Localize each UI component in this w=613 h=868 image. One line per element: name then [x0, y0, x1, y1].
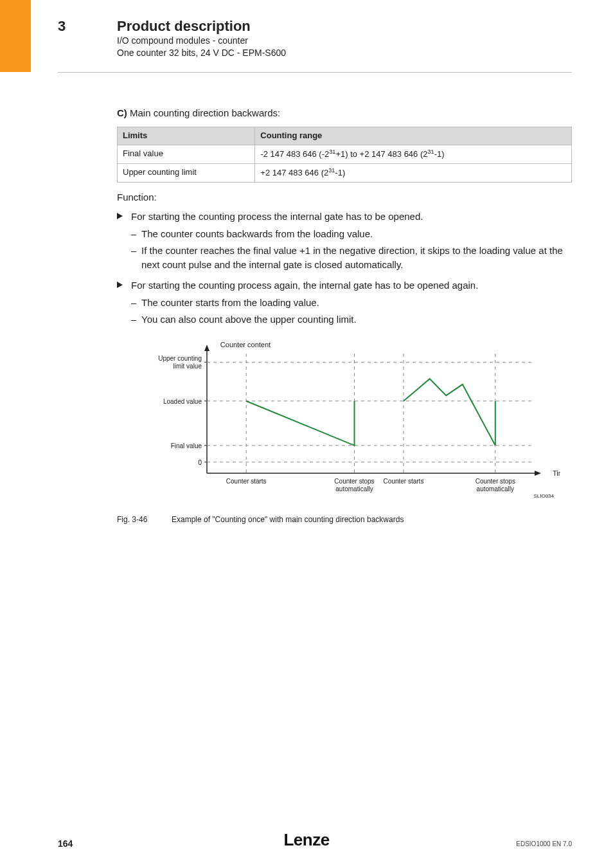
table-cell-limit: Upper counting limit	[118, 163, 255, 182]
page-footer: 164 Lenze EDSIO1000 EN 7.0	[0, 829, 613, 849]
svg-text:Loaded value: Loaded value	[163, 398, 202, 405]
figure-caption: Fig. 3-46 Example of "Counting once" wit…	[117, 514, 572, 525]
dash-item: If the counter reaches the final value +…	[131, 244, 572, 272]
page-header: 3 Product description I/O compound modul…	[58, 18, 572, 59]
table-header-limits: Limits	[118, 127, 255, 145]
range-part: -1)	[434, 149, 445, 159]
svg-text:automatically: automatically	[477, 485, 514, 493]
chapter-title: Product description	[117, 18, 251, 35]
svg-text:Counter starts: Counter starts	[384, 478, 424, 485]
svg-text:Counter starts: Counter starts	[226, 478, 267, 485]
range-part: +1) to +2 147 483 646 (2	[335, 149, 427, 159]
table-cell-range: +2 147 483 646 (231-1)	[255, 163, 572, 182]
bullet-text: For starting the counting process the in…	[131, 211, 423, 222]
range-part: -1)	[335, 168, 345, 177]
dash-item: You can also count above the upper count…	[131, 312, 572, 327]
function-label: Function:	[117, 190, 572, 204]
document-id: EDSIO1000 EN 7.0	[516, 840, 572, 847]
svg-marker-1	[204, 345, 209, 351]
exponent: 31	[328, 167, 335, 174]
svg-text:automatically: automatically	[335, 485, 373, 493]
figure-text: Example of "Counting once" with main cou…	[172, 514, 404, 525]
range-part: +2 147 483 646 (2	[260, 168, 328, 177]
chapter-number: 3	[58, 18, 117, 35]
dash-item: The counter starts from the loading valu…	[131, 296, 572, 310]
section-title: Main counting direction backwards:	[127, 107, 280, 118]
table-header-row: Limits Counting range	[118, 127, 572, 145]
sub-heading-2: One counter 32 bits, 24 V DC - EPM-S600	[117, 47, 572, 59]
svg-text:Counter stops: Counter stops	[475, 478, 515, 485]
header-rule	[58, 72, 572, 73]
bullet-item: For starting the counting process the in…	[117, 210, 572, 224]
main-content: C) Main counting direction backwards: Li…	[117, 106, 572, 525]
svg-text:0: 0	[198, 459, 202, 466]
figure-number: Fig. 3-46	[117, 514, 172, 525]
range-part: -2 147 483 646 (-2	[260, 149, 329, 159]
svg-text:Counter content: Counter content	[220, 341, 271, 348]
table-cell-range: -2 147 483 646 (-231+1) to +2 147 483 64…	[255, 145, 572, 163]
svg-text:Upper counting: Upper counting	[158, 355, 202, 362]
sub-heading-1: I/O compound modules - counter	[117, 35, 572, 47]
triangle-bullet-icon	[117, 282, 123, 288]
dash-item: The counter counts backwards from the lo…	[131, 227, 572, 241]
table-header-range: Counting range	[255, 127, 572, 145]
svg-text:Counter stops: Counter stops	[334, 478, 374, 485]
brand-logo: Lenze	[283, 830, 329, 850]
exponent: 31	[428, 149, 434, 155]
svg-text:limit value: limit value	[173, 363, 202, 370]
svg-marker-3	[535, 471, 541, 476]
table-row: Final value -2 147 483 646 (-231+1) to +…	[118, 145, 572, 163]
counting-chart: Counter contentTimeUpper countinglimit v…	[136, 338, 560, 505]
limits-table: Limits Counting range Final value -2 147…	[117, 127, 572, 183]
bullet-item: For starting the counting process again,…	[117, 278, 572, 293]
table-cell-limit: Final value	[118, 145, 255, 163]
svg-text:SLIO034: SLIO034	[533, 493, 554, 499]
section-prefix: C)	[117, 107, 127, 118]
exponent: 31	[329, 149, 335, 155]
table-row: Upper counting limit +2 147 483 646 (231…	[118, 163, 572, 182]
chart-figure: Counter contentTimeUpper countinglimit v…	[136, 338, 572, 509]
page-number: 164	[58, 838, 73, 849]
svg-text:Time: Time	[553, 469, 560, 477]
section-heading: C) Main counting direction backwards:	[117, 106, 572, 120]
bullet-text: For starting the counting process again,…	[131, 280, 478, 291]
triangle-bullet-icon	[117, 213, 123, 219]
chapter-tab	[0, 0, 31, 72]
svg-text:Final value: Final value	[171, 442, 202, 449]
